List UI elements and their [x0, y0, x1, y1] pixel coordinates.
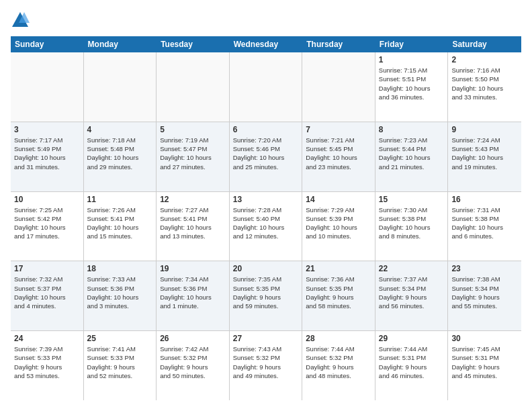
day-cell-10: 10Sunrise: 7:25 AM Sunset: 5:42 PM Dayli… [11, 192, 84, 261]
day-info: Sunrise: 7:19 AM Sunset: 5:47 PM Dayligh… [160, 136, 226, 171]
header [11, 11, 521, 30]
day-number: 11 [87, 195, 153, 204]
empty-cell [84, 52, 157, 122]
page: SundayMondayTuesdayWednesdayThursdayFrid… [0, 0, 532, 411]
day-number: 13 [233, 195, 299, 204]
day-cell-23: 23Sunrise: 7:38 AM Sunset: 5:34 PM Dayli… [448, 261, 521, 330]
day-cell-11: 11Sunrise: 7:26 AM Sunset: 5:41 PM Dayli… [84, 192, 157, 261]
day-number: 20 [233, 264, 299, 273]
day-cell-16: 16Sunrise: 7:31 AM Sunset: 5:38 PM Dayli… [448, 192, 521, 261]
day-number: 6 [233, 125, 299, 134]
day-number: 21 [306, 264, 371, 273]
day-number: 15 [379, 195, 445, 204]
day-cell-7: 7Sunrise: 7:21 AM Sunset: 5:45 PM Daylig… [302, 122, 375, 191]
day-number: 25 [87, 334, 153, 343]
day-cell-1: 1Sunrise: 7:15 AM Sunset: 5:51 PM Daylig… [375, 52, 449, 122]
header-day-friday: Friday [375, 36, 449, 52]
day-info: Sunrise: 7:43 AM Sunset: 5:32 PM Dayligh… [233, 345, 299, 380]
day-info: Sunrise: 7:27 AM Sunset: 5:41 PM Dayligh… [160, 205, 226, 241]
day-number: 22 [379, 264, 445, 273]
day-info: Sunrise: 7:45 AM Sunset: 5:31 PM Dayligh… [451, 345, 518, 380]
logo-icon [11, 11, 30, 30]
day-cell-30: 30Sunrise: 7:45 AM Sunset: 5:31 PM Dayli… [448, 331, 521, 400]
logo [11, 11, 32, 30]
day-info: Sunrise: 7:20 AM Sunset: 5:46 PM Dayligh… [233, 136, 299, 171]
day-info: Sunrise: 7:29 AM Sunset: 5:39 PM Dayligh… [306, 205, 371, 241]
day-info: Sunrise: 7:18 AM Sunset: 5:48 PM Dayligh… [87, 136, 153, 171]
day-info: Sunrise: 7:42 AM Sunset: 5:32 PM Dayligh… [160, 345, 226, 380]
day-number: 5 [160, 125, 226, 134]
day-number: 12 [160, 195, 226, 204]
header-day-monday: Monday [84, 36, 157, 52]
day-cell-9: 9Sunrise: 7:24 AM Sunset: 5:43 PM Daylig… [448, 122, 521, 191]
header-day-saturday: Saturday [448, 36, 521, 52]
calendar-row-2: 10Sunrise: 7:25 AM Sunset: 5:42 PM Dayli… [11, 192, 521, 262]
day-info: Sunrise: 7:35 AM Sunset: 5:35 PM Dayligh… [233, 275, 299, 310]
day-cell-4: 4Sunrise: 7:18 AM Sunset: 5:48 PM Daylig… [84, 122, 157, 191]
calendar-header: SundayMondayTuesdayWednesdayThursdayFrid… [11, 36, 521, 52]
day-cell-24: 24Sunrise: 7:39 AM Sunset: 5:33 PM Dayli… [11, 331, 84, 400]
day-number: 27 [233, 334, 299, 343]
day-number: 10 [14, 195, 80, 204]
day-number: 1 [379, 55, 445, 64]
day-cell-6: 6Sunrise: 7:20 AM Sunset: 5:46 PM Daylig… [230, 122, 303, 191]
day-cell-18: 18Sunrise: 7:33 AM Sunset: 5:36 PM Dayli… [84, 261, 157, 330]
day-cell-5: 5Sunrise: 7:19 AM Sunset: 5:47 PM Daylig… [157, 122, 230, 191]
day-cell-21: 21Sunrise: 7:36 AM Sunset: 5:35 PM Dayli… [302, 261, 375, 330]
day-info: Sunrise: 7:21 AM Sunset: 5:45 PM Dayligh… [306, 136, 371, 171]
day-info: Sunrise: 7:34 AM Sunset: 5:36 PM Dayligh… [160, 275, 226, 310]
header-day-sunday: Sunday [11, 36, 84, 52]
day-cell-17: 17Sunrise: 7:32 AM Sunset: 5:37 PM Dayli… [11, 261, 84, 330]
day-number: 8 [379, 125, 445, 134]
day-info: Sunrise: 7:24 AM Sunset: 5:43 PM Dayligh… [451, 136, 518, 171]
day-cell-13: 13Sunrise: 7:28 AM Sunset: 5:40 PM Dayli… [230, 192, 303, 261]
day-cell-12: 12Sunrise: 7:27 AM Sunset: 5:41 PM Dayli… [157, 192, 230, 261]
day-number: 4 [87, 125, 153, 134]
day-number: 30 [451, 334, 518, 343]
day-number: 17 [14, 264, 80, 273]
day-info: Sunrise: 7:41 AM Sunset: 5:33 PM Dayligh… [87, 345, 153, 380]
day-info: Sunrise: 7:25 AM Sunset: 5:42 PM Dayligh… [14, 205, 80, 241]
day-number: 24 [14, 334, 80, 343]
day-cell-8: 8Sunrise: 7:23 AM Sunset: 5:44 PM Daylig… [375, 122, 449, 191]
day-cell-26: 26Sunrise: 7:42 AM Sunset: 5:32 PM Dayli… [157, 331, 230, 400]
day-info: Sunrise: 7:17 AM Sunset: 5:49 PM Dayligh… [14, 136, 80, 171]
day-info: Sunrise: 7:38 AM Sunset: 5:34 PM Dayligh… [451, 275, 518, 310]
calendar-row-4: 24Sunrise: 7:39 AM Sunset: 5:33 PM Dayli… [11, 331, 521, 400]
header-day-thursday: Thursday [302, 36, 375, 52]
day-number: 14 [306, 195, 371, 204]
day-number: 7 [306, 125, 371, 134]
calendar-body: 1Sunrise: 7:15 AM Sunset: 5:51 PM Daylig… [11, 52, 521, 400]
day-info: Sunrise: 7:44 AM Sunset: 5:32 PM Dayligh… [306, 345, 371, 380]
day-cell-25: 25Sunrise: 7:41 AM Sunset: 5:33 PM Dayli… [84, 331, 157, 400]
empty-cell [302, 52, 375, 122]
day-info: Sunrise: 7:28 AM Sunset: 5:40 PM Dayligh… [233, 205, 299, 241]
day-cell-14: 14Sunrise: 7:29 AM Sunset: 5:39 PM Dayli… [302, 192, 375, 261]
day-number: 2 [451, 55, 518, 64]
day-cell-27: 27Sunrise: 7:43 AM Sunset: 5:32 PM Dayli… [230, 331, 303, 400]
day-info: Sunrise: 7:30 AM Sunset: 5:38 PM Dayligh… [379, 205, 445, 241]
day-info: Sunrise: 7:23 AM Sunset: 5:44 PM Dayligh… [379, 136, 445, 171]
day-number: 16 [451, 195, 518, 204]
day-number: 9 [451, 125, 518, 134]
day-number: 29 [379, 334, 445, 343]
day-cell-19: 19Sunrise: 7:34 AM Sunset: 5:36 PM Dayli… [157, 261, 230, 330]
day-info: Sunrise: 7:33 AM Sunset: 5:36 PM Dayligh… [87, 275, 153, 310]
empty-cell [157, 52, 230, 122]
day-number: 3 [14, 125, 80, 134]
calendar-row-3: 17Sunrise: 7:32 AM Sunset: 5:37 PM Dayli… [11, 261, 521, 331]
day-cell-28: 28Sunrise: 7:44 AM Sunset: 5:32 PM Dayli… [302, 331, 375, 400]
day-cell-29: 29Sunrise: 7:44 AM Sunset: 5:31 PM Dayli… [375, 331, 449, 400]
empty-cell [11, 52, 84, 122]
day-cell-20: 20Sunrise: 7:35 AM Sunset: 5:35 PM Dayli… [230, 261, 303, 330]
empty-cell [230, 52, 303, 122]
day-number: 18 [87, 264, 153, 273]
day-info: Sunrise: 7:31 AM Sunset: 5:38 PM Dayligh… [451, 205, 518, 241]
day-cell-2: 2Sunrise: 7:16 AM Sunset: 5:50 PM Daylig… [448, 52, 521, 122]
day-cell-15: 15Sunrise: 7:30 AM Sunset: 5:38 PM Dayli… [375, 192, 449, 261]
calendar: SundayMondayTuesdayWednesdayThursdayFrid… [11, 36, 521, 400]
day-info: Sunrise: 7:39 AM Sunset: 5:33 PM Dayligh… [14, 345, 80, 380]
calendar-row-0: 1Sunrise: 7:15 AM Sunset: 5:51 PM Daylig… [11, 52, 521, 122]
calendar-row-1: 3Sunrise: 7:17 AM Sunset: 5:49 PM Daylig… [11, 122, 521, 192]
day-number: 26 [160, 334, 226, 343]
